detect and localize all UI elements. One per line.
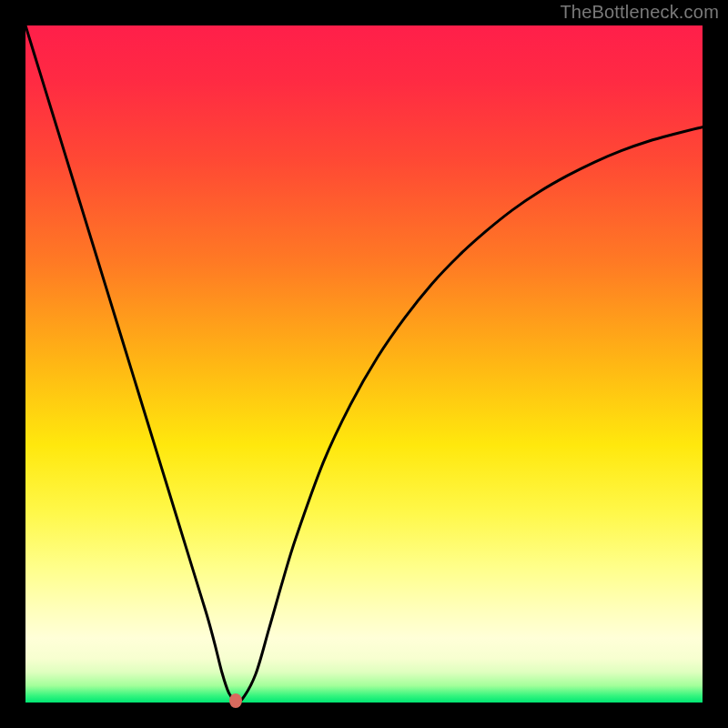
minimum-marker: [229, 693, 242, 708]
chart-plot: [25, 25, 703, 703]
chart-frame: TheBottleneck.com: [0, 0, 728, 728]
watermark-text: TheBottleneck.com: [560, 2, 719, 23]
gradient-background: [25, 25, 703, 703]
